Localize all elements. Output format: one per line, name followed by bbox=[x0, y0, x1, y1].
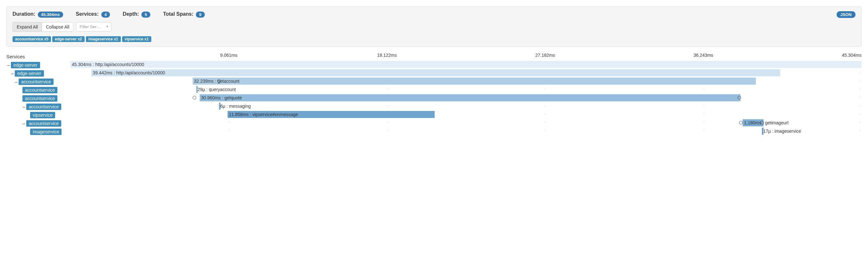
filter-service-select[interactable]: Filter Ser… bbox=[76, 22, 111, 31]
duration-badge: 45.304ms bbox=[38, 11, 63, 18]
span-row: accountservice·····29µ : queryaccount bbox=[6, 86, 862, 94]
annotation-marker-icon bbox=[738, 96, 741, 99]
span-service-cell: –accountservice bbox=[6, 78, 70, 86]
grid-dot: · bbox=[545, 130, 547, 132]
span-service-cell: –edge-server bbox=[6, 61, 70, 69]
time-tick: 45.304ms bbox=[842, 53, 862, 58]
span-service-cell: –accountservice bbox=[6, 103, 70, 111]
span-bar[interactable]: 29µ : queryaccount bbox=[196, 86, 198, 93]
span-bar[interactable]: 39.442ms : http:/api/accounts/10000 bbox=[91, 69, 780, 76]
span-row: –edge-server·····39.442ms : http:/api/ac… bbox=[6, 69, 862, 78]
service-count-badge[interactable]: edge-server x2 bbox=[52, 36, 85, 42]
span-service-label[interactable]: accountservice bbox=[26, 120, 61, 127]
grid-dot: · bbox=[859, 72, 861, 73]
grid-dot: · bbox=[859, 122, 861, 123]
duration-metric: Duration: 45.304ms bbox=[12, 11, 63, 18]
expand-all-button[interactable]: Expand All bbox=[12, 22, 42, 32]
service-badges: accountservice x5edge-server x2imageserv… bbox=[12, 36, 856, 42]
span-service-label[interactable]: accountservice bbox=[23, 95, 57, 102]
span-service-label[interactable]: imageservice bbox=[30, 128, 62, 135]
grid-dot: · bbox=[859, 80, 861, 82]
grid-dot: · bbox=[703, 88, 705, 90]
span-bar-label: 6µ : messaging bbox=[220, 104, 251, 109]
service-count-badge[interactable]: imageservice x1 bbox=[86, 36, 121, 42]
collapse-toggle[interactable]: – bbox=[22, 121, 26, 126]
grid-dot: · bbox=[545, 105, 547, 107]
grid-dot: · bbox=[703, 114, 705, 115]
grid-dot: · bbox=[859, 105, 861, 107]
service-count-badge[interactable]: vipservice x1 bbox=[122, 36, 151, 42]
total-spans-metric: Total Spans: 9 bbox=[163, 11, 205, 18]
span-chart-cell: ·····1.180ms : getimageurl bbox=[70, 119, 862, 127]
span-chart-cell: ·····45.304ms : http:/api/accounts/10000 bbox=[70, 61, 862, 69]
depth-badge: 5 bbox=[142, 11, 150, 18]
span-row: –accountservice·····1.180ms : getimageur… bbox=[6, 119, 862, 127]
collapse-toggle[interactable]: – bbox=[6, 62, 11, 68]
collapse-toggle[interactable]: – bbox=[14, 79, 19, 84]
grid-dot: · bbox=[387, 122, 388, 123]
depth-label: Depth: bbox=[123, 11, 139, 17]
annotation-marker-icon bbox=[217, 79, 221, 83]
controls-row: Expand All Collapse All Filter Ser… bbox=[12, 22, 856, 32]
span-bar-label: 39.442ms : http:/api/accounts/10000 bbox=[93, 70, 165, 75]
span-bar-label: 32.239ms : getaccount bbox=[194, 79, 240, 84]
span-service-label[interactable]: accountservice bbox=[26, 104, 61, 110]
grid-dot: · bbox=[545, 122, 547, 123]
span-service-cell: accountservice bbox=[6, 86, 70, 94]
span-bar[interactable]: 32.239ms : getaccount bbox=[193, 78, 755, 85]
summary-panel: JSON Duration: 45.304ms Services: 4 Dept… bbox=[6, 6, 862, 47]
timeline: Services 9.061ms18.122ms27.182ms36.243ms… bbox=[6, 53, 862, 136]
span-service-label[interactable]: edge-server bbox=[15, 70, 44, 77]
span-service-cell: vipservice bbox=[6, 111, 70, 119]
span-service-label[interactable]: edge-server bbox=[11, 62, 40, 68]
grid-dot: · bbox=[229, 122, 230, 123]
span-bar[interactable]: 6µ : messaging bbox=[219, 103, 220, 110]
grid-dot: · bbox=[387, 130, 388, 132]
span-service-label[interactable]: accountservice bbox=[19, 79, 54, 85]
json-button[interactable]: JSON bbox=[837, 11, 856, 18]
collapse-toggle[interactable]: – bbox=[22, 104, 26, 109]
span-service-label[interactable]: vipservice bbox=[30, 112, 55, 118]
span-bar[interactable]: 45.304ms : http:/api/accounts/10000 bbox=[70, 61, 862, 68]
timeline-ticks: 9.061ms18.122ms27.182ms36.243ms45.304ms bbox=[70, 53, 862, 61]
span-service-label[interactable]: accountservice bbox=[23, 87, 57, 93]
span-row: vipservice·····11.858ms : vipservice#onm… bbox=[6, 111, 862, 119]
grid-dot: · bbox=[703, 122, 705, 123]
span-row: –accountservice·····6µ : messaging bbox=[6, 103, 862, 111]
span-service-cell: –accountservice bbox=[6, 119, 70, 127]
grid-dot: · bbox=[859, 130, 861, 132]
span-bar[interactable]: 11.858ms : vipservice#onmessage bbox=[227, 111, 435, 118]
span-row: accountservice·····30.960ms : getquote bbox=[6, 94, 862, 103]
span-bar-label: 30.960ms : getquote bbox=[201, 95, 242, 100]
span-chart-cell: ·····17µ : imageservice bbox=[70, 127, 862, 136]
span-bar[interactable]: 17µ : imageservice bbox=[762, 127, 764, 135]
collapse-toggle[interactable]: – bbox=[10, 71, 15, 76]
grid-dot: · bbox=[545, 114, 547, 115]
span-row: –edge-server·····45.304ms : http:/api/ac… bbox=[6, 61, 862, 69]
grid-dot: · bbox=[703, 105, 705, 107]
span-chart-cell: ·····29µ : queryaccount bbox=[70, 86, 862, 94]
grid-dot: · bbox=[703, 130, 705, 132]
span-row: –accountservice·····32.239ms : getaccoun… bbox=[6, 78, 862, 86]
services-label: Services: bbox=[76, 11, 99, 17]
span-bar-label: 11.858ms : vipservice#onmessage bbox=[229, 112, 298, 117]
span-bar-label: 1.180ms : getimageurl bbox=[744, 120, 788, 125]
span-row: imageservice·····17µ : imageservice bbox=[6, 127, 862, 136]
span-service-cell: accountservice bbox=[6, 94, 70, 103]
grid-dot: · bbox=[859, 97, 861, 98]
grid-dot: · bbox=[545, 88, 547, 90]
total-spans-label: Total Spans: bbox=[163, 11, 194, 17]
service-count-badge[interactable]: accountservice x5 bbox=[12, 36, 51, 42]
depth-metric: Depth: 5 bbox=[123, 11, 150, 18]
services-metric: Services: 4 bbox=[76, 11, 110, 18]
time-tick: 36.243ms bbox=[694, 53, 713, 58]
metrics-row: Duration: 45.304ms Services: 4 Depth: 5 … bbox=[12, 11, 856, 18]
collapse-all-button[interactable]: Collapse All bbox=[42, 22, 73, 32]
span-chart-cell: ·····30.960ms : getquote bbox=[70, 94, 862, 103]
span-bar[interactable]: 30.960ms : getquote bbox=[200, 94, 740, 101]
duration-label: Duration: bbox=[12, 11, 35, 17]
grid-dot: · bbox=[229, 130, 230, 132]
span-bar-label: 29µ : queryaccount bbox=[197, 87, 236, 92]
span-chart-cell: ·····39.442ms : http:/api/accounts/10000 bbox=[70, 69, 862, 78]
span-bar-label: 45.304ms : http:/api/accounts/10000 bbox=[72, 62, 144, 67]
